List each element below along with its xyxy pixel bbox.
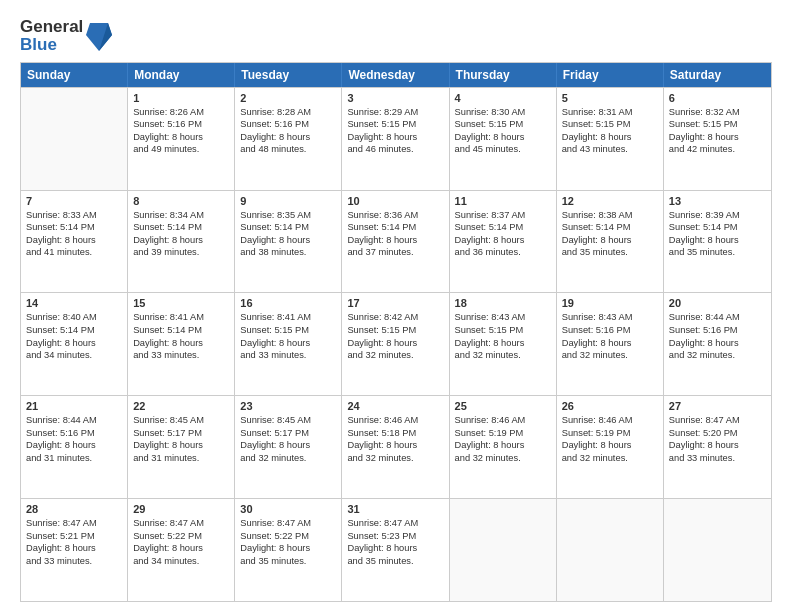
- daylight-line2: and 35 minutes.: [347, 555, 443, 568]
- sunrise-line: Sunrise: 8:39 AM: [669, 209, 766, 222]
- daylight-line2: and 33 minutes.: [669, 452, 766, 465]
- daylight-line2: and 32 minutes.: [347, 452, 443, 465]
- calendar-cell: 26 Sunrise: 8:46 AM Sunset: 5:19 PM Dayl…: [557, 396, 664, 498]
- sunset-line: Sunset: 5:15 PM: [347, 118, 443, 131]
- day-number: 18: [455, 297, 551, 309]
- day-number: 26: [562, 400, 658, 412]
- sunset-line: Sunset: 5:21 PM: [26, 530, 122, 543]
- day-number: 27: [669, 400, 766, 412]
- calendar-cell: 19 Sunrise: 8:43 AM Sunset: 5:16 PM Dayl…: [557, 293, 664, 395]
- sunset-line: Sunset: 5:15 PM: [455, 118, 551, 131]
- sunrise-line: Sunrise: 8:29 AM: [347, 106, 443, 119]
- daylight-line: Daylight: 8 hours: [240, 439, 336, 452]
- sunrise-line: Sunrise: 8:45 AM: [133, 414, 229, 427]
- daylight-line: Daylight: 8 hours: [26, 542, 122, 555]
- calendar-cell: 28 Sunrise: 8:47 AM Sunset: 5:21 PM Dayl…: [21, 499, 128, 601]
- day-number: 2: [240, 92, 336, 104]
- calendar-cell: 24 Sunrise: 8:46 AM Sunset: 5:18 PM Dayl…: [342, 396, 449, 498]
- calendar-cell: 7 Sunrise: 8:33 AM Sunset: 5:14 PM Dayli…: [21, 191, 128, 293]
- daylight-line: Daylight: 8 hours: [347, 234, 443, 247]
- calendar-cell: 16 Sunrise: 8:41 AM Sunset: 5:15 PM Dayl…: [235, 293, 342, 395]
- day-number: 24: [347, 400, 443, 412]
- sunset-line: Sunset: 5:14 PM: [26, 324, 122, 337]
- daylight-line: Daylight: 8 hours: [133, 131, 229, 144]
- calendar-cell: 4 Sunrise: 8:30 AM Sunset: 5:15 PM Dayli…: [450, 88, 557, 190]
- daylight-line: Daylight: 8 hours: [240, 542, 336, 555]
- daylight-line: Daylight: 8 hours: [26, 337, 122, 350]
- calendar-header-cell: Friday: [557, 63, 664, 87]
- calendar-header-cell: Tuesday: [235, 63, 342, 87]
- calendar-cell: 3 Sunrise: 8:29 AM Sunset: 5:15 PM Dayli…: [342, 88, 449, 190]
- daylight-line: Daylight: 8 hours: [240, 337, 336, 350]
- sunset-line: Sunset: 5:16 PM: [669, 324, 766, 337]
- daylight-line2: and 49 minutes.: [133, 143, 229, 156]
- calendar-week: 7 Sunrise: 8:33 AM Sunset: 5:14 PM Dayli…: [21, 190, 771, 293]
- day-number: 13: [669, 195, 766, 207]
- sunrise-line: Sunrise: 8:32 AM: [669, 106, 766, 119]
- daylight-line2: and 34 minutes.: [26, 349, 122, 362]
- calendar-cell: 12 Sunrise: 8:38 AM Sunset: 5:14 PM Dayl…: [557, 191, 664, 293]
- calendar-cell: 17 Sunrise: 8:42 AM Sunset: 5:15 PM Dayl…: [342, 293, 449, 395]
- day-number: 19: [562, 297, 658, 309]
- daylight-line: Daylight: 8 hours: [133, 337, 229, 350]
- daylight-line: Daylight: 8 hours: [240, 234, 336, 247]
- calendar-cell: 30 Sunrise: 8:47 AM Sunset: 5:22 PM Dayl…: [235, 499, 342, 601]
- logo-general: General: [20, 18, 83, 36]
- daylight-line: Daylight: 8 hours: [455, 234, 551, 247]
- calendar-week: 1 Sunrise: 8:26 AM Sunset: 5:16 PM Dayli…: [21, 87, 771, 190]
- day-number: 6: [669, 92, 766, 104]
- sunset-line: Sunset: 5:22 PM: [240, 530, 336, 543]
- day-number: 9: [240, 195, 336, 207]
- calendar-week: 28 Sunrise: 8:47 AM Sunset: 5:21 PM Dayl…: [21, 498, 771, 601]
- day-number: 3: [347, 92, 443, 104]
- sunrise-line: Sunrise: 8:45 AM: [240, 414, 336, 427]
- day-number: 5: [562, 92, 658, 104]
- calendar-header-cell: Thursday: [450, 63, 557, 87]
- calendar-body: 1 Sunrise: 8:26 AM Sunset: 5:16 PM Dayli…: [21, 87, 771, 601]
- sunrise-line: Sunrise: 8:33 AM: [26, 209, 122, 222]
- day-number: 30: [240, 503, 336, 515]
- sunrise-line: Sunrise: 8:28 AM: [240, 106, 336, 119]
- calendar-cell: 2 Sunrise: 8:28 AM Sunset: 5:16 PM Dayli…: [235, 88, 342, 190]
- daylight-line: Daylight: 8 hours: [133, 234, 229, 247]
- daylight-line2: and 35 minutes.: [562, 246, 658, 259]
- calendar-cell: 23 Sunrise: 8:45 AM Sunset: 5:17 PM Dayl…: [235, 396, 342, 498]
- calendar-header-cell: Saturday: [664, 63, 771, 87]
- daylight-line: Daylight: 8 hours: [347, 337, 443, 350]
- daylight-line2: and 36 minutes.: [455, 246, 551, 259]
- daylight-line2: and 38 minutes.: [240, 246, 336, 259]
- sunset-line: Sunset: 5:14 PM: [669, 221, 766, 234]
- sunset-line: Sunset: 5:19 PM: [455, 427, 551, 440]
- calendar-cell: [450, 499, 557, 601]
- sunrise-line: Sunrise: 8:31 AM: [562, 106, 658, 119]
- daylight-line: Daylight: 8 hours: [562, 337, 658, 350]
- sunrise-line: Sunrise: 8:43 AM: [562, 311, 658, 324]
- daylight-line2: and 33 minutes.: [240, 349, 336, 362]
- sunrise-line: Sunrise: 8:47 AM: [347, 517, 443, 530]
- calendar-cell: 15 Sunrise: 8:41 AM Sunset: 5:14 PM Dayl…: [128, 293, 235, 395]
- calendar-cell: 22 Sunrise: 8:45 AM Sunset: 5:17 PM Dayl…: [128, 396, 235, 498]
- daylight-line2: and 34 minutes.: [133, 555, 229, 568]
- sunset-line: Sunset: 5:14 PM: [455, 221, 551, 234]
- calendar-cell: 9 Sunrise: 8:35 AM Sunset: 5:14 PM Dayli…: [235, 191, 342, 293]
- sunset-line: Sunset: 5:22 PM: [133, 530, 229, 543]
- day-number: 16: [240, 297, 336, 309]
- calendar: SundayMondayTuesdayWednesdayThursdayFrid…: [20, 62, 772, 602]
- day-number: 10: [347, 195, 443, 207]
- daylight-line2: and 32 minutes.: [669, 349, 766, 362]
- daylight-line2: and 43 minutes.: [562, 143, 658, 156]
- calendar-week: 21 Sunrise: 8:44 AM Sunset: 5:16 PM Dayl…: [21, 395, 771, 498]
- daylight-line2: and 32 minutes.: [347, 349, 443, 362]
- daylight-line2: and 32 minutes.: [562, 452, 658, 465]
- day-number: 21: [26, 400, 122, 412]
- calendar-cell: 11 Sunrise: 8:37 AM Sunset: 5:14 PM Dayl…: [450, 191, 557, 293]
- calendar-cell: 21 Sunrise: 8:44 AM Sunset: 5:16 PM Dayl…: [21, 396, 128, 498]
- calendar-cell: 8 Sunrise: 8:34 AM Sunset: 5:14 PM Dayli…: [128, 191, 235, 293]
- calendar-cell: 25 Sunrise: 8:46 AM Sunset: 5:19 PM Dayl…: [450, 396, 557, 498]
- daylight-line: Daylight: 8 hours: [347, 131, 443, 144]
- daylight-line: Daylight: 8 hours: [669, 234, 766, 247]
- calendar-cell: 1 Sunrise: 8:26 AM Sunset: 5:16 PM Dayli…: [128, 88, 235, 190]
- calendar-cell: [557, 499, 664, 601]
- calendar-header: SundayMondayTuesdayWednesdayThursdayFrid…: [21, 63, 771, 87]
- logo: General Blue: [20, 18, 112, 54]
